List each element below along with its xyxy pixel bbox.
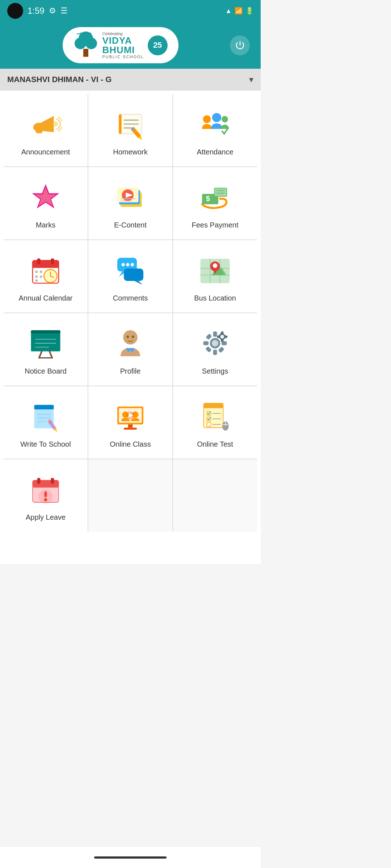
logo-tree-icon (73, 31, 98, 60)
logo-school: PUBLIC SCHOOL (102, 55, 144, 59)
status-bar: 1:59 ⚙ ☰ ▲ 📶 🔋 (0, 0, 261, 22)
svg-rect-74 (203, 341, 209, 345)
svg-rect-83 (221, 339, 223, 342)
writetoshool-label: Write To School (20, 440, 71, 448)
svg-point-43 (35, 275, 38, 278)
bottom-nav-bar (0, 846, 261, 868)
menu-item-onlinetest[interactable]: Online Test (173, 386, 257, 459)
onlineclass-label: Online Class (110, 440, 151, 448)
menu-item-writetoshool[interactable]: Write To School (4, 386, 88, 459)
menu-item-announcement[interactable]: Announcement (4, 94, 88, 166)
menu-item-onlineclass[interactable]: Online Class (88, 386, 172, 459)
svg-point-7 (53, 122, 58, 127)
svg-rect-30 (214, 188, 227, 196)
svg-point-18 (222, 116, 228, 123)
menu-item-comments[interactable]: Comments (88, 240, 172, 312)
menu-item-noticeboard[interactable]: Notice Board (4, 313, 88, 386)
svg-point-57 (213, 263, 218, 268)
years-badge: 25 (148, 35, 168, 55)
svg-marker-49 (134, 281, 143, 285)
svg-point-44 (40, 275, 42, 278)
svg-text:$: $ (206, 195, 210, 203)
svg-rect-76 (206, 333, 212, 340)
menu-item-profile[interactable]: Profile (88, 313, 172, 386)
marks-label: Marks (36, 221, 55, 229)
menu-item-homework[interactable]: Homework (88, 94, 172, 166)
app-icon (7, 3, 23, 19)
svg-point-67 (123, 330, 138, 345)
sim-status-icon: ☰ (60, 6, 68, 16)
svg-rect-115 (33, 480, 59, 488)
svg-rect-85 (224, 335, 227, 338)
svg-point-1 (75, 38, 86, 49)
svg-rect-82 (221, 332, 223, 335)
svg-rect-100 (124, 428, 137, 430)
svg-point-69 (132, 335, 134, 338)
home-indicator[interactable] (94, 856, 167, 859)
menu-item-attendance[interactable]: Attendance (173, 94, 257, 166)
menu-item-calendar[interactable]: Annual Calendar (4, 240, 88, 312)
menu-item-settings[interactable]: Settings (173, 313, 257, 386)
svg-rect-120 (44, 491, 47, 497)
svg-rect-48 (124, 269, 143, 281)
svg-rect-35 (37, 259, 41, 264)
signal-icon: 📶 (235, 7, 243, 15)
announcement-label: Announcement (21, 148, 70, 156)
svg-point-52 (131, 263, 134, 266)
menu-item-buslocation[interactable]: Bus Location (173, 240, 257, 312)
status-time: 1:59 (28, 6, 45, 16)
attendance-label: Attendance (197, 148, 233, 156)
logo-vidya: VIDYA (102, 36, 132, 45)
svg-rect-117 (51, 478, 54, 484)
wifi-icon: ▲ (225, 7, 232, 15)
svg-rect-36 (51, 259, 54, 264)
applyleave-label: Apply Leave (26, 513, 66, 522)
svg-rect-84 (217, 335, 220, 338)
svg-rect-60 (31, 330, 60, 333)
profile-label: Profile (120, 367, 141, 375)
calendar-label: Annual Calendar (19, 294, 73, 302)
svg-point-71 (212, 340, 218, 346)
svg-point-121 (44, 498, 47, 501)
settings-status-icon: ⚙ (49, 6, 56, 16)
svg-rect-6 (36, 130, 42, 133)
settings-label: Settings (202, 367, 228, 375)
svg-rect-99 (128, 425, 133, 428)
fees-label: Fees Payment (192, 221, 239, 229)
menu-item-marks[interactable]: Marks (4, 167, 88, 239)
menu-item-fees[interactable]: $ Fees Payment (173, 167, 257, 239)
svg-rect-104 (204, 403, 223, 408)
bottom-spacer (0, 535, 261, 564)
chevron-down-icon: ▾ (249, 75, 253, 85)
svg-rect-78 (205, 346, 212, 353)
noticeboard-label: Notice Board (25, 367, 67, 375)
student-name: MANASHVI DHIMAN - VI - G (7, 75, 112, 84)
svg-rect-77 (218, 346, 224, 353)
svg-point-68 (126, 335, 129, 338)
svg-line-61 (39, 352, 42, 358)
onlinetest-label: Online Test (197, 440, 233, 448)
menu-item-applyleave[interactable]: Apply Leave (4, 459, 88, 532)
comments-label: Comments (113, 294, 148, 302)
school-logo: Celebrating VIDYA BHUMI PUBLIC SCHOOL 25 (63, 27, 178, 63)
logo-bhumi: BHUMI (102, 45, 135, 55)
menu-item-econtent[interactable]: E-Content (88, 167, 172, 239)
empty-cell-1 (88, 459, 172, 532)
svg-point-41 (35, 271, 38, 273)
menu-grid: Announcement Homewo (4, 94, 257, 532)
svg-point-42 (40, 271, 42, 273)
svg-point-51 (126, 263, 129, 266)
homework-label: Homework (113, 148, 148, 156)
svg-rect-72 (213, 332, 217, 337)
student-selector[interactable]: MANASHVI DHIMAN - VI - G ▾ (0, 69, 261, 90)
svg-point-81 (220, 335, 224, 339)
menu-grid-container: Announcement Homewo (0, 90, 261, 535)
app-header: Celebrating VIDYA BHUMI PUBLIC SCHOOL 25 (0, 22, 261, 69)
econtent-label: E-Content (114, 221, 147, 229)
svg-point-17 (212, 113, 221, 122)
svg-marker-20 (35, 187, 56, 206)
svg-rect-34 (33, 260, 59, 268)
svg-rect-9 (119, 114, 122, 134)
power-button[interactable] (230, 35, 250, 55)
empty-cell-2 (173, 459, 257, 532)
